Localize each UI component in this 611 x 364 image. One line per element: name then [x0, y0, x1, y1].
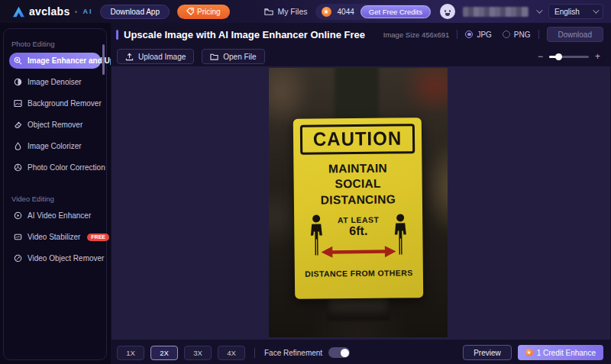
scale-4x-button[interactable]: 4X [218, 346, 245, 360]
app-root: avclabs AI Download App Pricing My Files… [0, 0, 611, 364]
coin-icon: ★ [322, 7, 331, 17]
sign-line: DISTANCING [301, 192, 415, 208]
open-folder-icon [210, 53, 218, 61]
sidebar-item-label: Object Remover [27, 121, 82, 129]
sidebar-item-object-remover[interactable]: Object Remover [9, 117, 101, 133]
sidebar-item-image-enhancer[interactable]: Image Enhancer and Upscaler [9, 53, 101, 69]
video-editing-section-label: Video Editing [4, 192, 106, 208]
sidebar-scrollbar[interactable] [102, 44, 105, 75]
divider [538, 30, 539, 39]
at-least-label: AT LEAST [325, 215, 391, 225]
topbar: avclabs AI Download App Pricing My Files… [0, 0, 611, 23]
main-header: Upscale Image with AI Image Enhancer Onl… [111, 24, 611, 44]
open-file-label: Open File [223, 53, 256, 61]
bottombar: 1X 2X 3X 4X Face Refinement Preview ★ 1 … [111, 341, 611, 364]
sidebar-item-label: Photo Color Correction [27, 163, 105, 172]
zoom-slider-track[interactable] [549, 56, 589, 58]
sidebar-item-label: Video Stabilizer [27, 233, 80, 241]
format-jpg-radio[interactable]: JPG [465, 31, 491, 39]
folder-icon [264, 8, 273, 16]
avatar[interactable] [440, 4, 455, 19]
face-refinement-toggle[interactable] [328, 347, 350, 358]
sidebar-item-ai-video-enhancer[interactable]: AI Video Enhancer [9, 208, 101, 224]
username-redacted[interactable] [463, 7, 529, 17]
scale-1x-button[interactable]: 1X [117, 346, 144, 360]
credits-count: 4044 [335, 8, 357, 16]
sidebar-item-background-remover[interactable]: Background Remover [9, 95, 101, 111]
download-app-button[interactable]: Download App [100, 5, 170, 19]
paint-droplet-icon [14, 142, 22, 150]
brand-name: avclabs [29, 5, 70, 18]
avclabs-logo[interactable]: avclabs AI [12, 5, 92, 18]
face-refinement-label: Face Refinement [264, 349, 322, 357]
get-free-credits-button[interactable]: Get Free Credits [360, 5, 431, 18]
sidebar-item-video-stabilizer[interactable]: Video Stabilizer FREE [9, 229, 101, 245]
sign-line: MAINTAIN [300, 160, 415, 177]
eraser-icon [14, 121, 22, 129]
sidebar-item-photo-color-correction[interactable]: Photo Color Correction [9, 159, 101, 176]
caution-sign: CAUTION MAINTAIN SOCIAL DISTANCING AT [293, 118, 423, 299]
toggle-knob [341, 349, 349, 357]
magic-wand-icon [14, 254, 22, 263]
sidebar-item-image-colorizer[interactable]: Image Colorizer [9, 138, 101, 154]
image-size-label: Image Size 456x691 [383, 31, 450, 39]
preview-image[interactable]: CAUTION MAINTAIN SOCIAL DISTANCING AT [269, 68, 448, 337]
zoom-in-button[interactable]: + [595, 52, 600, 61]
image-canvas: CAUTION MAINTAIN SOCIAL DISTANCING AT [112, 66, 610, 340]
zoom-control: − + [538, 52, 600, 61]
divider [254, 348, 255, 358]
language-select[interactable]: English [548, 4, 603, 19]
magnifier-plus-icon [14, 56, 22, 65]
caution-title: CAUTION [302, 127, 412, 151]
enhance-button[interactable]: ★ 1 Credit Enhance [518, 345, 603, 360]
radio-selected-icon [465, 31, 473, 38]
scale-3x-button[interactable]: 3X [184, 346, 212, 360]
sidebar-item-label: Video Object Remover [27, 254, 104, 263]
upload-image-button[interactable]: Upload Image [117, 49, 194, 64]
sidebar-item-video-object-remover[interactable]: Video Object Remover [9, 250, 101, 266]
brand-separator [75, 11, 77, 13]
zoom-slider-thumb[interactable] [555, 53, 562, 60]
credits-pill: ★ 4044 Get Free Credits [315, 4, 432, 20]
sign-distance-text: AT LEAST 6ft. [325, 215, 391, 239]
sidebar-item-label: Image Colorizer [27, 142, 82, 150]
format-png-radio[interactable]: PNG [503, 31, 531, 39]
toolbar: Upload Image Open File − + [111, 47, 611, 66]
chevron-down-icon [593, 7, 599, 13]
upload-icon [125, 53, 134, 61]
sign-figures: AT LEAST 6ft. [301, 212, 416, 269]
brand-ai-label: AI [82, 8, 92, 15]
my-files-label: My Files [277, 7, 307, 16]
scale-2x-button[interactable]: 2X [150, 346, 178, 360]
avatar-eye [449, 10, 451, 12]
sidebar: Photo Editing Image Enhancer and Upscale… [3, 28, 107, 360]
format-jpg-label: JPG [477, 31, 491, 39]
sidebar-item-label: AI Video Enhancer [27, 211, 91, 220]
image-frame-icon [14, 99, 22, 108]
sign-message: MAINTAIN SOCIAL DISTANCING [300, 160, 415, 208]
sidebar-item-label: Image Denoiser [27, 78, 82, 86]
download-button[interactable]: Download [547, 27, 603, 42]
free-badge: FREE [87, 234, 109, 241]
preview-button[interactable]: Preview [463, 345, 512, 360]
pricing-label: Pricing [197, 8, 221, 16]
pricing-button[interactable]: Pricing [177, 5, 230, 19]
zoom-out-button[interactable]: − [538, 52, 543, 61]
six-feet-label: 6ft. [325, 224, 391, 239]
language-value: English [554, 8, 580, 16]
open-file-button[interactable]: Open File [202, 49, 264, 64]
avclabs-logo-icon [12, 6, 25, 18]
sidebar-item-image-denoiser[interactable]: Image Denoiser [9, 74, 101, 90]
stabilizer-icon [14, 233, 22, 241]
photo-editing-section-label: Photo Editing [4, 37, 106, 53]
page-title: Upscale Image with AI Image Enhancer Onl… [124, 29, 365, 40]
enhance-label: 1 Credit Enhance [537, 349, 596, 357]
my-files-button[interactable]: My Files [264, 7, 307, 16]
video-enhance-icon [14, 211, 22, 220]
caution-header-box: CAUTION [300, 124, 415, 155]
format-png-label: PNG [514, 31, 531, 39]
sign-pole [335, 68, 379, 126]
avatar-mouth [445, 13, 450, 16]
sign-footer-text: DISTANCE FROM OTHERS [302, 269, 416, 279]
chevron-down-icon[interactable] [536, 7, 542, 13]
